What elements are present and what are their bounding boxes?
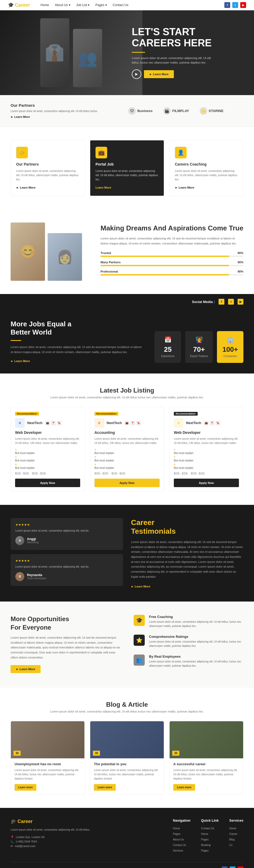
stat-experience: 📅 25 Experience — [154, 331, 181, 363]
apply-button-1[interactable]: Apply Now — [95, 478, 159, 487]
hero-image-bg: 👔 👥 — [0, 10, 142, 95]
facebook-icon[interactable]: f — [224, 2, 230, 8]
progress-professional-fill — [101, 274, 229, 276]
testimonial-text-1: Lorem ipsum dolor sit amet, consectetur … — [15, 565, 118, 569]
footer-service-3: Cv — [229, 843, 244, 847]
social-youtube-icon[interactable]: ▶ — [238, 299, 244, 305]
service-portal-link[interactable]: Learn More — [96, 186, 111, 189]
partner-filmplay-name: FILMPLAY — [172, 109, 189, 113]
job-icons-0: 💼 📍 🔖 — [45, 421, 62, 425]
blog-btn-1[interactable]: Learn more — [94, 784, 116, 790]
footer-nav-about: About Us — [173, 837, 190, 841]
nav-contact[interactable]: Contact Us — [113, 3, 128, 7]
progress-partners-fill — [101, 265, 229, 266]
nav-home[interactable]: Home — [40, 3, 49, 7]
testimonials-section: ★★★★★ Lorem ipsum dolor sit amet, consec… — [0, 505, 254, 602]
partners-link[interactable]: ► Learn More — [10, 115, 30, 118]
author-role-1: Team Developer — [27, 577, 46, 580]
blog-btn-2[interactable]: Learn more — [173, 784, 195, 790]
footer-services-list: Home Career Blog Cv — [229, 826, 244, 847]
testimonials-link[interactable]: ► Learn More — [131, 585, 150, 588]
blog-date-0: 30 — [13, 751, 21, 756]
footer-quick-heading: Quick Link — [201, 818, 219, 823]
job-badge-0: Recommendation — [15, 412, 39, 415]
partners-banner: Our Partners Lorem ipsum dolor sit amet,… — [0, 95, 254, 127]
service-cards: 🤝 Our Partners Lorem ipsum dolor sit ame… — [10, 140, 244, 196]
nav-social: f t ▶ — [224, 2, 246, 8]
making-image-short: 👩 — [48, 233, 82, 281]
more-jobs-link[interactable]: ► Learn More — [10, 360, 30, 363]
job-header-1: B NextTech 💼 📍 🔖 — [95, 418, 159, 428]
opp-item-0: 🎓 Free Coaching Lorem ipsum dolor sit am… — [134, 615, 244, 628]
blog-title: Blog & Article — [10, 701, 244, 708]
footer-twitter-icon[interactable]: t — [230, 866, 235, 868]
job-badge-1: Recommendation — [95, 412, 118, 415]
job-salary-0: $22k - $22k $22k - $22k — [15, 472, 80, 475]
footer-nav-home: Home — [173, 826, 190, 830]
making-image-tall: 😊 — [10, 222, 45, 281]
footer-bottom: © 2023 Career Templates · All Rights Res… — [10, 862, 244, 868]
nav-joblist[interactable]: Job List ▾ — [76, 3, 90, 7]
job-badge-2: Recommendation — [174, 412, 197, 415]
job-salary-1: $22k - $22k $22k - $22k — [95, 472, 159, 475]
job-details-0: ●But must explain ●But must explain ●But… — [15, 448, 80, 469]
blog-btn-0[interactable]: Learn more — [14, 784, 36, 790]
progress-trusted-value: 90% — [238, 251, 244, 254]
learn-more-button[interactable]: ► Learn More — [144, 70, 174, 78]
testimonial-author-0: A Anggi Marketing — [15, 536, 118, 545]
footer-services-col: Services Home Career Blog Cv — [229, 818, 244, 854]
logo[interactable]: 🎓 Career — [8, 2, 30, 8]
footer-youtube-icon[interactable]: ▶ — [238, 866, 244, 868]
job-desc-0: Lorem ipsum dolor sit amet, consectetur … — [15, 437, 80, 445]
job-icon-sm-3: 🔖 — [57, 421, 62, 425]
job-icon-sm-8: 📍 — [210, 421, 215, 425]
play-button[interactable]: ▶ — [132, 69, 141, 79]
blog-cards: 30 Unemployment has no room Lorem ipsum … — [10, 721, 244, 795]
nav-about[interactable]: About Us ▾ — [55, 3, 70, 7]
hero-divider — [132, 52, 145, 53]
more-jobs-section: More Jobs Equal a Better World Lorem ips… — [0, 309, 254, 373]
service-coaching-link[interactable]: ► Learn More — [175, 186, 194, 189]
hero-title: LET'S START CAREERS HERE — [132, 27, 212, 49]
job-cards: Recommendation N NextTech 💼 📍 🔖 Web Deve… — [10, 407, 244, 492]
job-title-1: Accounting — [95, 430, 159, 435]
twitter-icon[interactable]: t — [232, 2, 238, 8]
phone-icon: 📞 — [10, 840, 14, 843]
service-partners-link[interactable]: ► Learn More — [16, 186, 35, 189]
experience-label: Experience — [159, 355, 176, 358]
social-label: Social Media : — [192, 300, 215, 304]
footer-nav-heading: Navigation — [173, 818, 190, 823]
social-twitter-icon[interactable]: t — [228, 299, 234, 305]
footer-quick-0: Contact Us — [201, 826, 219, 830]
job-header-0: N NextTech 💼 📍 🔖 — [15, 418, 80, 428]
companies-num: 100+ — [222, 345, 239, 353]
job-company-2: NextTech — [186, 421, 201, 425]
footer-services-heading: Services — [229, 818, 244, 823]
footer-phone: 📞 (+456) 5344 7543 — [10, 840, 162, 843]
more-opps-button[interactable]: ► Learn More — [10, 665, 40, 673]
social-facebook-icon[interactable]: f — [219, 299, 224, 305]
opp-desc-2: Lorem ipsum dolor sit amet, consectetur … — [149, 659, 244, 668]
footer-nav-col: Navigation Home Pages About Us Contact U… — [173, 818, 190, 854]
progress-partners-value: 90% — [238, 261, 244, 264]
more-jobs-title: More Jobs Equal a Better World — [10, 320, 144, 336]
starine-icon: ⭐ — [200, 107, 207, 115]
testimonials-title: CareerTestimonials — [131, 518, 244, 536]
blog-card-title-2: A successful career — [173, 762, 240, 766]
testimonial-author-1: R Reynanda Team Developer — [15, 572, 118, 581]
nav-pages[interactable]: Pages ▾ — [95, 3, 107, 7]
opp-item-2: 👥 By Real Employees Lorem ipsum dolor si… — [134, 654, 244, 668]
footer-quick-list: Contact Us Home Pages Booking Pages — [201, 826, 219, 852]
service-partners-title: Our Partners — [16, 162, 79, 166]
blog-description: Lorem ipsum dolor sit amet, consectetur … — [10, 710, 244, 713]
testimonial-text-0: Lorem ipsum dolor sit amet, consectetur … — [15, 529, 118, 533]
location-icon: 📍 — [10, 836, 14, 839]
apply-button-0[interactable]: Apply Now — [15, 478, 80, 487]
job-title-2: Web Developer — [174, 430, 239, 435]
progress-trusted: Trusted 90% — [101, 251, 244, 257]
companies-icon: 🏢 — [222, 336, 239, 343]
youtube-icon[interactable]: ▶ — [240, 2, 246, 8]
footer-facebook-icon[interactable]: f — [222, 866, 227, 868]
footer-quick-1: Home — [201, 832, 219, 836]
apply-button-2[interactable]: Apply Now — [174, 478, 239, 487]
